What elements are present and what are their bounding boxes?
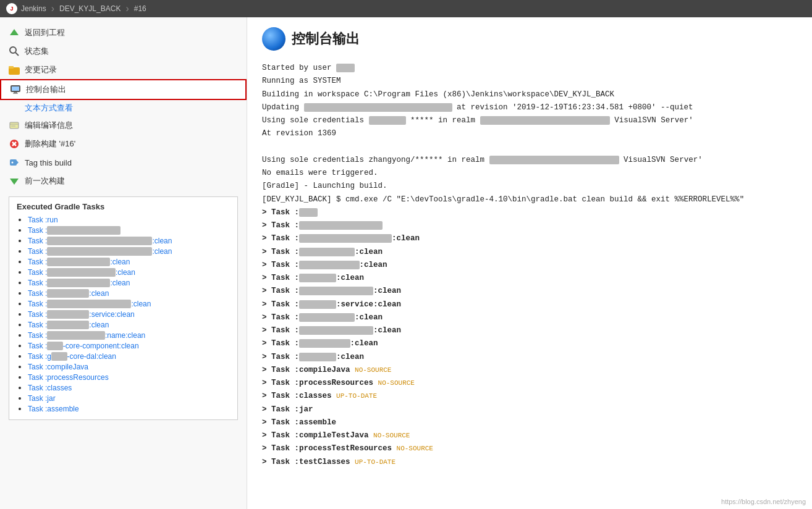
- sidebar-item-tag-build[interactable]: Tag this build: [0, 153, 247, 172]
- gradle-task-link[interactable]: Task :compileJava: [28, 363, 88, 371]
- gradle-task-link[interactable]: Task :g███-core-dal:clean: [28, 352, 116, 361]
- gradle-task-link[interactable]: Task :████████████████████:clean: [28, 247, 172, 256]
- gradle-task-link[interactable]: Task :███-core-component:clean: [28, 342, 139, 350]
- gradle-task-link[interactable]: Task :classes: [28, 384, 72, 392]
- globe-icon: [262, 27, 285, 51]
- gradle-task-link[interactable]: Task :████████████████:clean: [28, 300, 151, 308]
- console-line: > Task :███████████:clean: [262, 337, 797, 350]
- sidebar-label-tag: Tag this build: [25, 158, 72, 167]
- sidebar-label-status: 状态集: [25, 46, 49, 57]
- gradle-task-link[interactable]: Task :████████████:clean: [28, 258, 130, 266]
- sidebar-item-edit-build-info[interactable]: 编辑编译信息: [0, 116, 247, 135]
- sidebar-sub-textview: 文本方式查看: [0, 100, 247, 116]
- main-content: 控制台输出 Started by user ████ Running as SY…: [247, 17, 812, 509]
- monitor-icon: [10, 84, 21, 95]
- sidebar-item-textview[interactable]: 文本方式查看: [25, 100, 247, 116]
- console-line: > Task :jar: [262, 403, 797, 416]
- gradle-box-title: Executed Gradle Tasks: [17, 202, 230, 211]
- breadcrumb-project[interactable]: DEV_KYJL_BACK: [59, 4, 121, 13]
- console-line: > Task :█████████████:clean: [262, 259, 797, 272]
- edit-icon: [9, 120, 20, 131]
- console-line: Building in workspace C:\Program Files (…: [262, 88, 797, 101]
- gradle-task-list: Task :runTask :██████████████Task :█████…: [17, 215, 230, 413]
- sidebar-label-back: 返回到工程: [25, 27, 65, 38]
- svg-rect-8: [13, 93, 18, 94]
- gradle-task-link[interactable]: Task :assemble: [28, 405, 79, 413]
- console-line: > Task :████████████████████:clean: [262, 232, 797, 245]
- watermark: https://blog.csdn.net/zhyeng: [721, 498, 806, 505]
- console-line: > Task :████: [262, 206, 797, 219]
- console-line: No emails were triggered.: [262, 167, 797, 180]
- console-line: > Task :████████████████:clean: [262, 324, 797, 337]
- folder-icon: [9, 64, 20, 75]
- console-line: Running as SYSTEM: [262, 75, 797, 88]
- breadcrumb-sep1: ›: [51, 3, 54, 14]
- jenkins-logo-icon: J: [6, 3, 17, 14]
- svg-rect-9: [10, 122, 19, 128]
- sidebar-label-delete: 删除构建 '#16': [25, 138, 75, 149]
- console-line: [Gradle] - Launching build.: [262, 180, 797, 193]
- console-line: [262, 141, 797, 154]
- console-line: > Task :compileJava NO-SOURCE: [262, 364, 797, 377]
- svg-point-17: [12, 162, 14, 164]
- gradle-task-link[interactable]: Task :processResources: [28, 373, 109, 382]
- console-line: [DEV_KYJL_BACK] $ cmd.exe /C "E:\devTool…: [262, 193, 797, 206]
- svg-marker-16: [17, 161, 19, 164]
- gradle-tasks-box: Executed Gradle Tasks Task :runTask :███…: [9, 196, 238, 420]
- breadcrumb-build[interactable]: #16: [134, 4, 146, 13]
- gradle-task-link[interactable]: Task :████████:service:clean: [28, 310, 135, 319]
- gradle-task-link[interactable]: Task :████████████████████:clean: [28, 237, 172, 245]
- breadcrumb-jenkins[interactable]: Jenkins: [21, 4, 46, 13]
- svg-marker-18: [10, 179, 19, 185]
- sidebar-label-prev: 前一次构建: [25, 175, 65, 187]
- svg-rect-6: [12, 86, 19, 91]
- sidebar-item-changelog[interactable]: 变更记录: [0, 61, 247, 79]
- gradle-task-link[interactable]: Task :████████:clean: [28, 321, 109, 329]
- breadcrumb-sep2: ›: [125, 3, 129, 14]
- gradle-task-link[interactable]: Task :run: [28, 216, 58, 224]
- arrow-up-green-icon: [9, 27, 20, 38]
- console-line: > Task :████████:clean: [262, 272, 797, 285]
- sidebar-item-prev-build[interactable]: 前一次构建: [0, 172, 247, 190]
- console-line: > Task :██████████████████: [262, 219, 797, 232]
- console-line: Updating ███████████████████████████████…: [262, 101, 797, 114]
- sidebar-label-changelog: 变更记录: [25, 64, 57, 75]
- gradle-task-link[interactable]: Task :jar: [28, 394, 56, 403]
- gradle-task-link[interactable]: Task :████████████:clean: [28, 279, 130, 287]
- console-line: Using sole credentials ████████ ***** in…: [262, 114, 797, 127]
- console-line: > Task :processResources NO-SOURCE: [262, 377, 797, 390]
- magnifier-icon: [9, 46, 20, 57]
- sidebar-item-back-to-project[interactable]: 返回到工程: [0, 23, 247, 42]
- sidebar-label-console: 控制台输出: [26, 84, 66, 95]
- svg-rect-7: [14, 92, 17, 93]
- sidebar-item-delete-build[interactable]: 删除构建 '#16': [0, 135, 247, 153]
- svg-point-1: [10, 47, 16, 53]
- svg-rect-4: [9, 66, 14, 69]
- console-line: > Task :████████████:clean: [262, 311, 797, 324]
- console-line: > Task :████████████:clean: [262, 246, 797, 259]
- console-line: > Task :testClasses UP-TO-DATE: [262, 456, 797, 469]
- tag-icon: [9, 157, 20, 168]
- gradle-task-link[interactable]: Task :██████████████: [28, 226, 121, 235]
- console-line: > Task :processTestResources NO-SOURCE: [262, 442, 797, 455]
- console-line: > Task :████████████████:clean: [262, 285, 797, 298]
- page-header: 控制台输出: [262, 27, 797, 51]
- console-line: > Task :████████:service:clean: [262, 298, 797, 311]
- sidebar-item-console-output[interactable]: 控制台输出: [0, 79, 247, 100]
- console-log: Started by user ████ Running as SYSTEMBu…: [262, 62, 797, 469]
- console-line: > Task :████████:clean: [262, 351, 797, 364]
- gradle-task-link[interactable]: Task :█████████████:clean: [28, 268, 135, 277]
- delete-red-icon: [9, 138, 20, 149]
- console-line: Started by user ████: [262, 62, 797, 75]
- top-bar: J Jenkins › DEV_KYJL_BACK › #16: [0, 0, 812, 17]
- console-line: Using sole credentials zhangyong/****** …: [262, 154, 797, 167]
- arrow-down-green-icon: [9, 175, 20, 187]
- sidebar-label-edit: 编辑编译信息: [25, 120, 73, 131]
- svg-line-2: [15, 53, 19, 56]
- sidebar-item-status-set[interactable]: 状态集: [0, 42, 247, 61]
- console-line: > Task :compileTestJava NO-SOURCE: [262, 429, 797, 442]
- gradle-task-link[interactable]: Task :███████████:name:clean: [28, 331, 145, 340]
- svg-marker-0: [10, 29, 19, 35]
- gradle-task-link[interactable]: Task :████████:clean: [28, 289, 109, 298]
- console-line: At revision 1369: [262, 127, 797, 140]
